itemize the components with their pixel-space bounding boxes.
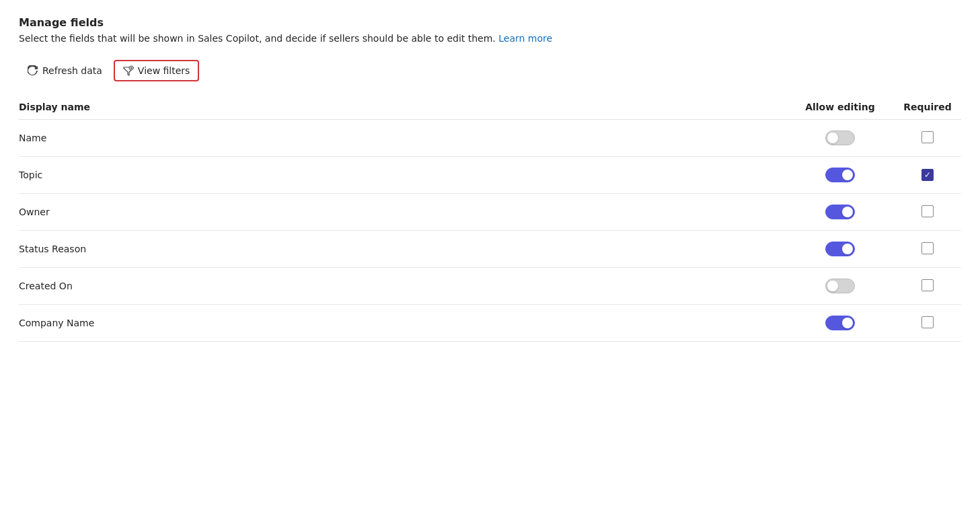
field-required-cell [894,194,961,231]
field-allow-editing-cell [786,120,894,157]
field-display-name: Created On [19,268,786,305]
allow-editing-toggle[interactable] [825,168,855,182]
col-header-display-name: Display name [19,95,786,120]
toggle-slider [825,316,855,330]
field-required-cell [894,305,961,342]
field-allow-editing-cell [786,305,894,342]
field-required-cell [894,231,961,268]
toggle-slider [825,131,855,145]
col-header-required: Required [894,95,961,120]
toggle-slider [825,279,855,293]
field-allow-editing-cell [786,268,894,305]
toggle-slider [825,205,855,219]
required-checkbox[interactable] [921,169,934,181]
field-allow-editing-cell [786,194,894,231]
toolbar: Refresh data View filters [19,60,961,81]
refresh-icon [28,65,38,76]
required-checkbox[interactable] [921,205,934,217]
field-allow-editing-cell [786,231,894,268]
table-row: Owner [19,194,961,231]
table-row: Status Reason [19,231,961,268]
required-checkbox[interactable] [921,242,934,254]
field-required-cell [894,268,961,305]
view-filters-button[interactable]: View filters [114,60,200,81]
allow-editing-toggle[interactable] [825,205,855,219]
allow-editing-toggle[interactable] [825,279,855,293]
field-display-name: Owner [19,194,786,231]
required-checkbox[interactable] [921,131,934,143]
toggle-slider [825,168,855,182]
refresh-data-button[interactable]: Refresh data [19,61,111,81]
col-header-allow-editing: Allow editing [786,95,894,120]
field-allow-editing-cell [786,157,894,194]
table-row: Name [19,120,961,157]
table-row: Created On [19,268,961,305]
table-row: Topic [19,157,961,194]
page-description: Select the fields that will be shown in … [19,33,961,44]
table-row: Company Name [19,305,961,342]
allow-editing-toggle[interactable] [825,242,855,256]
filter-icon [123,65,134,76]
field-display-name: Topic [19,157,786,194]
required-checkbox[interactable] [921,279,934,291]
field-required-cell [894,120,961,157]
page-title: Manage fields [19,16,961,29]
field-display-name: Status Reason [19,231,786,268]
field-required-cell [894,157,961,194]
allow-editing-toggle[interactable] [825,131,855,145]
allow-editing-toggle[interactable] [825,316,855,330]
toggle-slider [825,242,855,256]
learn-more-link[interactable]: Learn more [498,33,552,44]
required-checkbox[interactable] [921,316,934,328]
field-display-name: Company Name [19,305,786,342]
field-display-name: Name [19,120,786,157]
fields-table: Display name Allow editing Required Name… [19,95,961,342]
